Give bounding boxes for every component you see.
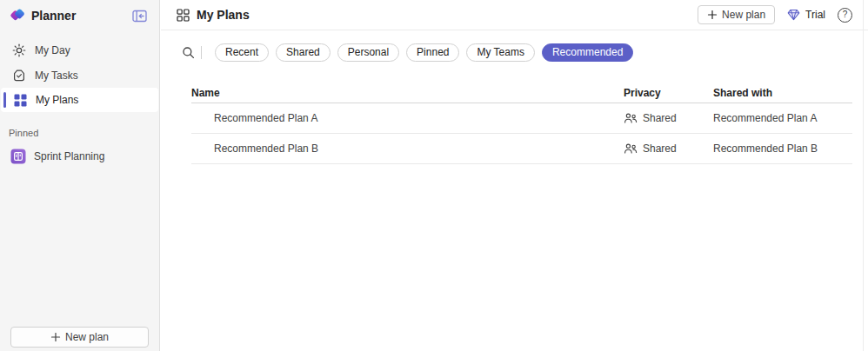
column-header-name: Name	[191, 87, 624, 99]
app-title: Planner	[31, 9, 130, 23]
filter-chip-recommended[interactable]: Recommended	[542, 43, 633, 62]
plan-name[interactable]: Recommended Plan B	[191, 142, 624, 155]
planner-logo-icon	[9, 7, 26, 24]
question-mark-glyph: ?	[843, 10, 848, 19]
privacy-label: Shared	[643, 112, 677, 124]
sidebar-item-my-day[interactable]: My Day	[0, 37, 159, 63]
filter-chip-recent[interactable]: Recent	[215, 43, 269, 62]
help-button[interactable]: ?	[838, 8, 852, 23]
sidebar-nav: My Day My Tasks	[0, 37, 159, 112]
pinned-section-label: Pinned	[0, 112, 159, 143]
filter-bar: Recent Shared Personal Pinned My Teams R…	[161, 37, 868, 67]
people-icon	[624, 112, 638, 124]
search-icon	[182, 46, 195, 59]
table-header-row: Name Privacy Shared with	[191, 83, 852, 103]
trial-label: Trial	[805, 9, 825, 21]
sidebar-item-my-plans[interactable]: My Plans	[1, 88, 158, 112]
grid-outline-icon	[177, 9, 190, 22]
table-row[interactable]: Recommended Plan B Shared Recommended Pl…	[191, 134, 852, 164]
filter-divider	[201, 46, 202, 59]
sidebar-footer: New plan	[0, 327, 159, 351]
sidebar-new-plan-button[interactable]: New plan	[10, 327, 149, 348]
sidebar: Planner	[0, 0, 160, 351]
plan-name[interactable]: Recommended Plan A	[191, 112, 624, 124]
new-plan-button[interactable]: New plan	[698, 5, 775, 24]
column-header-privacy: Privacy	[624, 87, 713, 99]
plans-table: Name Privacy Shared with Recommended Pla…	[191, 83, 852, 164]
plus-icon	[707, 10, 718, 20]
sidebar-item-label: My Day	[35, 44, 70, 56]
main-header-actions: New plan Trial ?	[698, 5, 852, 24]
table-row[interactable]: Recommended Plan A Shared Recommended Pl…	[191, 103, 852, 134]
shared-with: Recommended Plan B	[713, 142, 852, 155]
sun-icon	[12, 43, 26, 57]
plan-privacy: Shared	[624, 112, 713, 124]
new-plan-label: New plan	[722, 9, 765, 21]
plan-board-icon	[10, 149, 26, 164]
new-plan-label: New plan	[65, 331, 109, 343]
scrollbar-track[interactable]	[863, 0, 864, 351]
sidebar-item-label: My Tasks	[35, 70, 78, 82]
privacy-label: Shared	[643, 142, 677, 155]
shared-with: Recommended Plan A	[713, 112, 852, 124]
grid-filled-icon	[13, 93, 27, 107]
task-check-icon	[12, 69, 26, 83]
trial-button[interactable]: Trial	[787, 9, 825, 21]
people-icon	[624, 142, 638, 155]
planner-app: Planner	[0, 0, 868, 351]
sidebar-item-label: Sprint Planning	[34, 150, 104, 162]
page-title: My Plans	[197, 8, 250, 22]
plan-privacy: Shared	[624, 142, 713, 155]
filter-chip-my-teams[interactable]: My Teams	[466, 43, 534, 62]
main-header-title-group: My Plans	[177, 8, 698, 22]
sidebar-item-label: My Plans	[36, 94, 78, 106]
diamond-gem-icon	[787, 9, 800, 21]
filter-chip-pinned[interactable]: Pinned	[406, 43, 459, 62]
main-content: My Plans New plan	[161, 0, 868, 351]
collapse-sidebar-button[interactable]	[130, 7, 149, 24]
sidebar-item-sprint-planning[interactable]: Sprint Planning	[0, 143, 159, 169]
filter-chip-shared[interactable]: Shared	[276, 43, 331, 62]
sidebar-header: Planner	[0, 0, 159, 31]
main-header: My Plans New plan	[161, 0, 868, 30]
sidebar-item-my-tasks[interactable]: My Tasks	[0, 63, 159, 88]
selection-indicator	[3, 92, 6, 108]
search-button[interactable]	[178, 43, 197, 62]
plus-icon	[50, 332, 61, 342]
filter-chip-personal[interactable]: Personal	[337, 43, 399, 62]
collapse-panel-icon	[132, 10, 147, 23]
column-header-shared-with: Shared with	[713, 87, 852, 99]
